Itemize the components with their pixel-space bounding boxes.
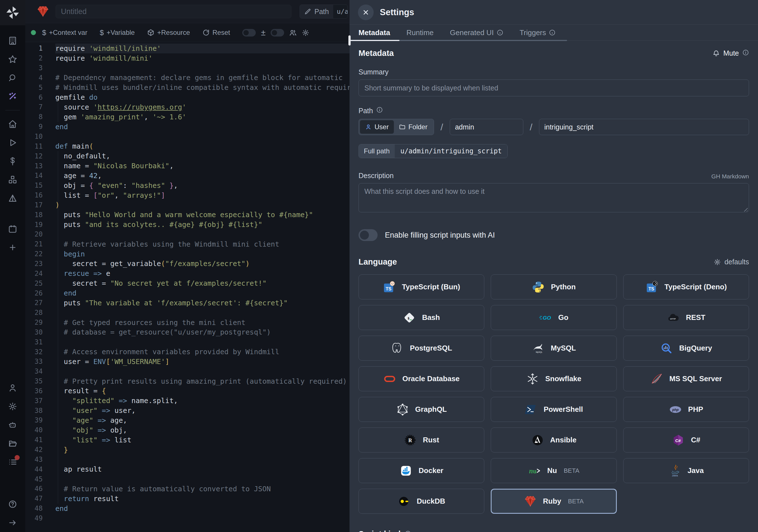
workers-icon[interactable] bbox=[3, 416, 22, 434]
gear-icon bbox=[714, 259, 721, 266]
code-line: 37 "splitted" => name.split, bbox=[25, 396, 350, 406]
mute-info-icon[interactable] bbox=[742, 49, 749, 57]
path-info-icon[interactable] bbox=[376, 106, 383, 115]
variables-icon[interactable] bbox=[3, 152, 22, 170]
tab-triggers[interactable]: Triggers bbox=[520, 28, 556, 37]
tab-runtime[interactable]: Runtime bbox=[406, 28, 434, 37]
language-docker[interactable]: Docker bbox=[359, 458, 484, 483]
language-python[interactable]: Python bbox=[491, 274, 616, 300]
tab-generated-ui[interactable]: Generated UI bbox=[450, 28, 503, 37]
reset-button[interactable]: Reset bbox=[202, 29, 230, 37]
add-resource-label: +Resource bbox=[157, 29, 190, 37]
language-oracle[interactable]: Oracle Database bbox=[359, 366, 484, 391]
metadata-heading: Metadata bbox=[359, 49, 394, 58]
language-mysql[interactable]: MySQL MySQL bbox=[491, 336, 616, 361]
ai-fill-label: Enable filling script inputs with AI bbox=[385, 231, 495, 240]
ai-fill-toggle[interactable] bbox=[359, 229, 378, 241]
language-powershell[interactable]: PowerShell bbox=[491, 397, 616, 422]
multiplayer-toggle[interactable] bbox=[271, 29, 284, 37]
code-line: 40 "obj" => obj, bbox=[25, 425, 350, 435]
add-context-var-button[interactable]: +Context var bbox=[42, 28, 87, 37]
ruby-icon bbox=[524, 495, 537, 508]
language-csharp[interactable]: C# C# bbox=[623, 428, 749, 452]
help-icon[interactable] bbox=[3, 495, 22, 514]
path-label: Path bbox=[359, 106, 749, 115]
multiplayer-button[interactable] bbox=[289, 29, 297, 37]
description-textarea[interactable] bbox=[359, 183, 749, 212]
add-resource-button[interactable]: +Resource bbox=[147, 29, 190, 37]
code-line: 3 bbox=[25, 63, 350, 73]
code-line: 17) bbox=[25, 200, 350, 210]
code-line: 44 ap result bbox=[25, 464, 350, 474]
python-icon bbox=[532, 281, 545, 294]
language-bash[interactable]: $ Bash bbox=[359, 305, 484, 330]
code-line: 47 return result bbox=[25, 494, 350, 504]
language-duckdb[interactable]: DuckDB bbox=[359, 489, 484, 514]
diff-mode-toggle[interactable] bbox=[242, 29, 256, 37]
reset-icon bbox=[202, 29, 210, 36]
create-icon[interactable] bbox=[3, 238, 22, 257]
collapse-icon[interactable] bbox=[3, 514, 22, 532]
description-label: Description bbox=[359, 172, 394, 180]
language-nu[interactable]: nu Nu BETA bbox=[491, 458, 616, 483]
code-line: 26 end bbox=[25, 288, 350, 298]
language-rest[interactable]: HTTP REST bbox=[623, 305, 749, 330]
summary-input[interactable] bbox=[359, 80, 749, 96]
language-graphql[interactable]: GraphQL bbox=[359, 397, 484, 422]
runs-icon[interactable] bbox=[3, 133, 22, 152]
code-editor[interactable]: 1require 'windmill/inline'2require 'wind… bbox=[25, 42, 350, 532]
mute-button[interactable]: Mute bbox=[712, 49, 749, 57]
language-php[interactable]: php PHP bbox=[623, 397, 749, 422]
folders-icon[interactable] bbox=[3, 434, 22, 453]
language-typescript-bun[interactable]: TS TypeScript (Bun) bbox=[359, 274, 484, 300]
language-snowflake[interactable]: Snowflake bbox=[491, 366, 616, 391]
path-name-input[interactable] bbox=[539, 119, 749, 135]
home-icon[interactable] bbox=[3, 115, 22, 133]
tab-metadata[interactable]: Metadata bbox=[359, 28, 390, 37]
settings-title: Settings bbox=[380, 7, 414, 18]
owner-kind-user[interactable]: User bbox=[360, 120, 394, 134]
add-variable-label: +Variable bbox=[107, 29, 135, 37]
ai-wand-icon[interactable] bbox=[3, 87, 22, 106]
diff-icon-button[interactable] bbox=[261, 28, 265, 37]
language-typescript-deno[interactable]: TS TypeScript (Deno) bbox=[623, 274, 749, 300]
language-mssql[interactable]: MS SQL Server bbox=[623, 366, 749, 391]
close-button[interactable] bbox=[358, 5, 374, 20]
editor-settings-button[interactable] bbox=[302, 29, 309, 37]
panel-resize-handle[interactable] bbox=[348, 35, 351, 46]
pencil-icon bbox=[304, 8, 311, 15]
add-variable-button[interactable]: +Variable bbox=[100, 28, 135, 37]
language-ruby[interactable]: Ruby BETA bbox=[491, 489, 616, 514]
search-icon[interactable] bbox=[3, 69, 22, 87]
code-line: 9end bbox=[25, 122, 350, 132]
language-bigquery[interactable]: BigQuery bbox=[623, 336, 749, 361]
path-button[interactable]: Path u/admin/intriguing_script bbox=[299, 5, 348, 18]
windmill-logo[interactable] bbox=[0, 0, 25, 25]
code-line: 24 rescue => e bbox=[25, 268, 350, 278]
path-owner-input[interactable] bbox=[450, 119, 523, 135]
language-ansible[interactable]: Ansible bbox=[491, 428, 616, 452]
code-line: 41 "list" => list bbox=[25, 435, 350, 445]
code-line: 29 # Get typed resources using the mini … bbox=[25, 318, 350, 328]
language-postgresql[interactable]: PostgreSQL bbox=[359, 336, 484, 361]
code-line: 7 source 'https://rubygems.org' bbox=[25, 102, 350, 112]
code-lines: 1require 'windmill/inline'2require 'wind… bbox=[25, 44, 350, 523]
language-rust[interactable]: R Rust bbox=[359, 428, 484, 452]
language-java[interactable]: Java Java bbox=[623, 458, 749, 483]
script-kind-info-icon[interactable] bbox=[404, 530, 411, 532]
schedules-icon[interactable] bbox=[3, 220, 22, 238]
settings-icon[interactable] bbox=[3, 397, 22, 416]
workspace-icon[interactable] bbox=[3, 31, 22, 50]
close-icon bbox=[362, 9, 369, 16]
owner-kind-folder[interactable]: Folder bbox=[394, 120, 432, 134]
favorites-icon[interactable] bbox=[3, 50, 22, 69]
user-icon[interactable] bbox=[3, 379, 22, 397]
script-title-input[interactable] bbox=[55, 5, 292, 18]
resources-icon[interactable] bbox=[3, 170, 22, 189]
language-defaults-button[interactable]: defaults bbox=[714, 258, 749, 266]
language-go[interactable]: GO Go bbox=[491, 305, 616, 330]
sidebar-nav bbox=[0, 25, 25, 532]
triggers-icon[interactable] bbox=[3, 189, 22, 208]
logs-icon[interactable] bbox=[3, 453, 22, 471]
snowflake-icon bbox=[526, 372, 539, 385]
